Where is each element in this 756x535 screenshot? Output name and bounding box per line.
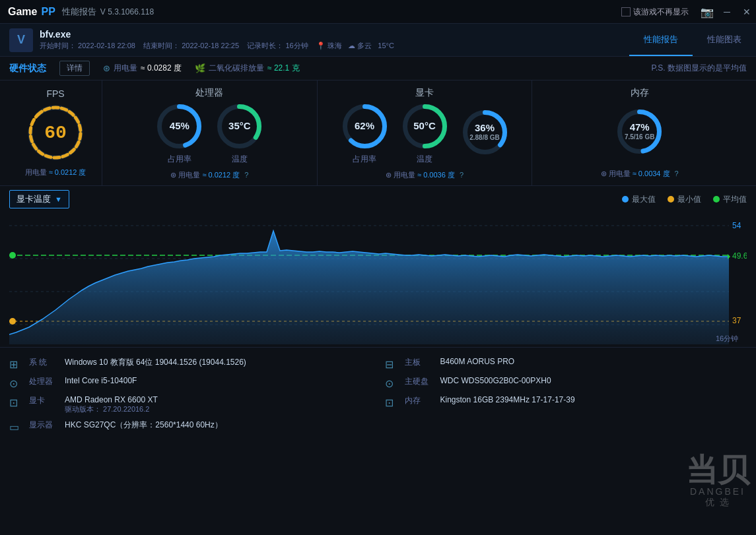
- game-header: V bfv.exe 开始时间： 2022-02-18 22:08 结束时间： 2…: [0, 24, 756, 57]
- mb-row: ⊟ 主板 B460M AORUS PRO: [385, 354, 747, 373]
- cpu-sys-icon: ⊙: [9, 377, 24, 390]
- hw-co2-stat: 🌿 二氧化碳排放量 ≈ 22.1 克: [195, 63, 300, 74]
- cpu-usage-gauge: 45% 占用率: [155, 102, 204, 165]
- hdd-row: ⊙ 主硬盘 WDC WDS500G2B0C-00PXH0: [385, 373, 747, 393]
- gpu-usage-label: 占用率: [353, 154, 376, 165]
- gpu-title: 显卡: [415, 87, 434, 99]
- game-icon: V: [9, 28, 33, 52]
- memory-power-label: 用电量: [609, 170, 631, 177]
- gpu-gauges: 62% 占用率 50°C 温度: [340, 102, 510, 165]
- cpu-title: 处理器: [195, 87, 223, 99]
- logo-game: Game: [8, 6, 37, 18]
- hw-status-bar: 硬件状态 详情 ⊛ 用电量 ≈ 0.0282 度 🌿 二氧化碳排放量 ≈ 22.…: [0, 57, 756, 80]
- title-text: 性能报告: [62, 6, 96, 18]
- logo-pp: PP: [41, 6, 55, 18]
- cpu-temp-val: 35°C: [228, 121, 251, 132]
- hw-power-stat: ⊛ 用电量 ≈ 0.0282 度: [103, 63, 182, 74]
- memory-gauges: 47% 7.5/16 GB: [615, 107, 664, 159]
- gauges-row: FPS 60 用电量 ≈ 0.0212 度 处理器: [0, 80, 756, 186]
- gpu-usage-val: 62%: [355, 121, 374, 132]
- legend-min-dot: [668, 196, 674, 203]
- mb-key: 主板: [405, 357, 431, 368]
- cpu-temp-gauge: 35°C 温度: [215, 102, 264, 165]
- cpu-usage-donut: 45%: [155, 102, 204, 151]
- no-show-checkbox[interactable]: [621, 7, 631, 16]
- co2-label: 二氧化碳排放量: [209, 63, 264, 74]
- hw-title: 硬件状态: [9, 63, 46, 75]
- memory-power-val: ≈ 0.0034 度: [633, 170, 670, 177]
- sys-row: ⊞ 系 统 Windows 10 教育版 64位 19044.1526 (190…: [9, 354, 372, 373]
- mb-val: B460M AORUS PRO: [440, 357, 515, 366]
- chart-svg: 54 49.66 37 16分钟: [9, 212, 747, 344]
- memory-usage-val: 47% 7.5/16 GB: [625, 122, 655, 141]
- gpu-temp-val: 50°C: [413, 121, 436, 132]
- tab-performance-chart[interactable]: 性能图表: [693, 24, 756, 56]
- legend-max-label: 最大值: [632, 194, 656, 205]
- sys-key: 系 统: [29, 357, 55, 368]
- camera-button[interactable]: 📷: [698, 0, 716, 24]
- gpu-temp-label: 温度: [417, 154, 432, 165]
- cpu-sys-key: 处理器: [29, 376, 55, 387]
- svg-text:49.66: 49.66: [732, 251, 747, 261]
- svg-text:54: 54: [732, 221, 741, 230]
- ram-key: 内存: [405, 395, 431, 406]
- ram-row: ⊡ 内存 Kingston 16GB 2394MHz 17-17-17-39: [385, 393, 747, 412]
- legend-avg-dot: [713, 196, 720, 203]
- weather: 多云: [357, 42, 372, 49]
- end-time: 2022-02-18 22:25: [182, 42, 239, 49]
- sysinfo-left: ⊞ 系 统 Windows 10 教育版 64位 19044.1526 (190…: [9, 354, 372, 436]
- svg-point-21: [9, 318, 16, 325]
- svg-text:16分钟: 16分钟: [716, 334, 738, 342]
- legend-avg: 平均值: [713, 194, 747, 205]
- no-show-check[interactable]: 该游戏不再显示: [621, 7, 689, 18]
- close-button[interactable]: ✕: [738, 0, 756, 24]
- legend-min: 最小值: [668, 194, 701, 205]
- cpu-usage-val: 45%: [170, 121, 189, 132]
- fps-value: 60: [44, 123, 67, 143]
- sysinfo-right: ⊟ 主板 B460M AORUS PRO ⊙ 主硬盘 WDC WDS500G2B…: [385, 354, 747, 436]
- monitor-icon: ▭: [9, 421, 24, 433]
- titlebar: GamePP 性能报告 V 5.3.1066.118 该游戏不再显示 📷 ─ ✕: [0, 0, 756, 24]
- watermark: 当贝 DANGBEI 优 选: [686, 455, 749, 509]
- tab-performance-report[interactable]: 性能报告: [629, 24, 693, 56]
- minimize-button[interactable]: ─: [718, 0, 736, 24]
- mb-icon: ⊟: [385, 358, 399, 371]
- svg-text:37: 37: [732, 316, 741, 325]
- hw-detail-button[interactable]: 详情: [59, 61, 90, 76]
- legend-max-dot: [622, 196, 629, 203]
- legend-max: 最大值: [622, 194, 656, 205]
- gpu-vram-val: 36% 2.88/8 GB: [469, 123, 500, 141]
- memory-usage-donut: 47% 7.5/16 GB: [615, 107, 664, 156]
- sysinfo: ⊞ 系 统 Windows 10 教育版 64位 19044.1526 (190…: [0, 348, 756, 443]
- power-label: 用电量: [114, 63, 137, 74]
- memory-usage-gauge: 47% 7.5/16 GB: [615, 107, 664, 159]
- cpu-row: ⊙ 处理器 Intel Core i5-10400F: [9, 373, 372, 393]
- chart-area: 显卡温度 ▼ 最大值 最小值 平均值: [0, 186, 756, 348]
- version-text: V 5.3.1066.118: [100, 7, 154, 16]
- gpu-driver-val: 27.20.22016.2: [103, 405, 149, 413]
- co2-val: ≈ 22.1 克: [267, 63, 300, 74]
- watermark-line1: 当贝: [686, 455, 749, 486]
- duration-label: 记录时长：: [247, 42, 283, 49]
- chart-legend: 最大值 最小值 平均值: [622, 194, 747, 205]
- gpu-driver-label: 驱动版本：: [65, 405, 101, 413]
- chart-dropdown[interactable]: 显卡温度 ▼: [9, 190, 69, 208]
- monitor-row: ▭ 显示器 HKC SG27QC（分辨率：2560*1440 60Hz）: [9, 417, 372, 436]
- hdd-icon: ⊙: [385, 377, 399, 390]
- cpu-power-val: ≈ 0.0212 度: [202, 171, 240, 179]
- sys-icon: ⊞: [9, 358, 24, 371]
- cpu-gauges: 45% 占用率 35°C 温度: [155, 102, 264, 165]
- chart-dropdown-label: 显卡温度: [17, 193, 51, 205]
- memory-title: 内存: [631, 87, 649, 99]
- gpu-sys-val: AMD Radeon RX 6600 XT: [65, 395, 158, 404]
- dropdown-arrow-icon: ▼: [55, 195, 62, 203]
- memory-section: 内存 47% 7.5/16 GB ⊛ 用电量 ≈ 0.0034 度: [532, 80, 747, 185]
- gpu-power: ⊛ 用电量 ≈ 0.0036 度 ?: [386, 170, 464, 180]
- tab-buttons: 性能报告 性能图表: [629, 24, 756, 56]
- fps-gauge: 60: [26, 103, 85, 162]
- gpu-usage-donut: 62%: [340, 102, 390, 151]
- watermark-line2: DANGBEI: [686, 486, 749, 497]
- gpu-vram-donut: 36% 2.88/8 GB: [460, 108, 510, 157]
- start-time: 2022-02-18 22:08: [78, 42, 135, 49]
- no-show-label: 该游戏不再显示: [633, 7, 689, 18]
